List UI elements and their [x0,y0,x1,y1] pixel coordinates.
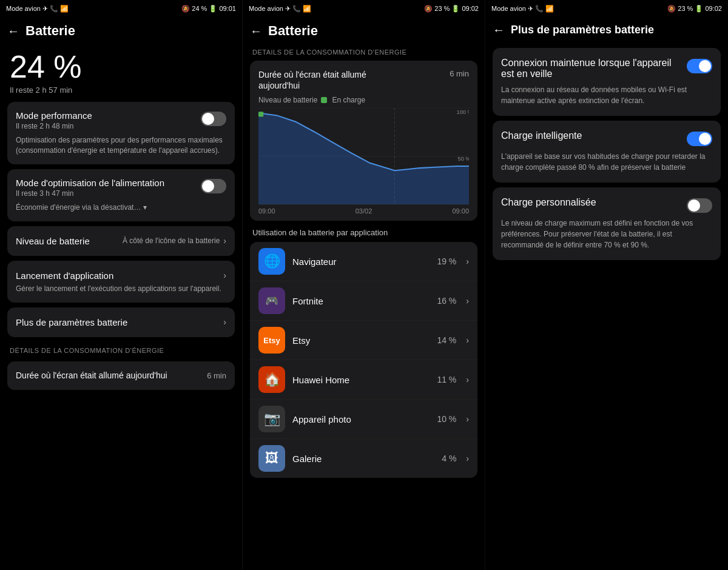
setting-charge-intelligente-card: Charge intelligente L'appareil se base s… [493,121,721,183]
expand-icon[interactable]: ▾ [143,203,147,213]
plus-parametres-title: Plus de paramètres batterie [16,317,127,327]
app-name-huawei: Huawei Home [292,375,430,385]
mode-optimisation-toggle[interactable] [201,179,226,193]
header-p1: ← Batterie [0,17,242,45]
back-button-p3[interactable]: ← [493,23,505,37]
app-row-galerie[interactable]: 🖼 Galerie 4 % › [250,438,477,478]
lancement-app-title: Lancement d'application [16,270,113,281]
niveau-batterie-title: Niveau de batterie [16,236,90,246]
app-row-etsy[interactable]: Etsy Etsy 14 % › [250,320,477,360]
status-bar-p1: Mode avion ✈ 📞 📶 🔕 24 % 🔋 09:01 [0,0,242,17]
setting-connexion-card: Connexion maintenue lorsque l'appareil e… [493,48,721,116]
app-pct-camera: 10 % [437,414,456,424]
setting-charge-intelligente-desc: L'appareil se base sur vos habitudes de … [501,151,712,173]
svg-text:100 %: 100 % [457,110,469,116]
app-row-fortnite[interactable]: 🎮 Fortnite 16 % › [250,281,477,320]
chart-duration: 6 min [450,69,469,78]
app-row-huawei[interactable]: 🏠 Huawei Home 11 % › [250,360,477,399]
lancement-app-desc: Gérer le lancement et l'exécution des ap… [16,284,221,293]
apps-section-label: Utilisation de la batterie par applicati… [243,226,485,240]
app-name-etsy: Etsy [292,335,430,346]
plus-parametres-card[interactable]: Plus de paramètres batterie › [7,307,235,337]
chevron-app-huawei: › [466,375,469,384]
mode-performance-card: Mode performance Il reste 2 h 48 min Opt… [7,102,235,164]
header-p3: ← Plus de paramètres batterie [485,17,728,43]
status-left-p2: Mode avion ✈ 📞 📶 [249,5,311,13]
niveau-batterie-value: À côté de l'icône de la batterie [123,236,220,245]
battery-status-p1: 🔕 24 % 🔋 09:01 [181,5,236,13]
battery-percentage: 24 % Il reste 2 h 57 min [0,45,242,97]
app-row-navigateur[interactable]: 🌐 Navigateur 19 % › [250,242,477,281]
status-left-p3: Mode avion ✈ 📞 📶 [491,5,554,13]
mode-performance-title: Mode performance [16,110,92,121]
app-pct-fortnite: 16 % [437,296,456,306]
app-name-galerie: Galerie [292,454,434,464]
status-right-p1: 🔕 24 % 🔋 09:01 [181,5,236,13]
status-right-p3: 🔕 23 % 🔋 09:02 [667,5,722,13]
chevron-app-camera: › [466,414,469,424]
svg-rect-5 [258,112,263,117]
mode-performance-toggle[interactable] [201,112,226,126]
app-pct-navigateur: 19 % [437,256,456,266]
app-pct-galerie: 4 % [442,454,456,463]
app-icon-etsy: Etsy [258,327,285,354]
panel-battery-details: Mode avion ✈ 📞 📶 🔕 23 % 🔋 09:02 ← Batter… [243,0,485,570]
header-p2: ← Batterie [243,17,485,45]
duree-ecran-title: Durée où l'écran était allumé aujourd'hu… [16,370,167,382]
status-left-p1: Mode avion ✈ 📞 📶 [6,5,69,13]
page-title-p1: Batterie [25,23,75,39]
setting-charge-intelligente-toggle[interactable] [687,132,712,146]
app-name-camera: Appareil photo [292,414,430,424]
setting-connexion-toggle[interactable] [687,59,712,73]
section-label-p1: DÉTAILS DE LA CONSOMMATION D'ÉNERGIE [0,342,242,357]
mode-performance-desc: Optimisation des paramètres pour des per… [16,135,226,156]
chevron-app-etsy: › [466,335,469,345]
svg-marker-4 [258,113,469,205]
app-pct-etsy: 14 % [437,335,456,345]
chevron-app-fortnite: › [466,296,469,306]
back-button-p2[interactable]: ← [250,24,262,38]
mode-optimisation-card: Mode d'optimisation de l'alimentation Il… [7,169,235,221]
level-label: Niveau de batterie [258,96,317,104]
panel-battery-settings: Mode avion ✈ 📞 📶 🔕 23 % 🔋 09:02 ← Plus d… [485,0,728,570]
app-row-camera[interactable]: 📷 Appareil photo 10 % › [250,399,477,438]
setting-connexion-title: Connexion maintenue lorsque l'appareil e… [501,58,687,79]
page-title-p2: Batterie [268,23,318,39]
niveau-batterie-card[interactable]: Niveau de batterie À côté de l'icône de … [7,226,235,256]
chevron-right-icon-2: › [223,270,226,280]
chart-title: Durée où l'écran était allumé aujourd'hu… [258,69,380,91]
setting-connexion-desc: La connexion au réseau de données mobile… [501,84,712,106]
setting-charge-perso-card: Charge personnalisée Le niveau de charge… [493,187,721,260]
panel-battery-main: Mode avion ✈ 📞 📶 🔕 24 % 🔋 09:01 ← Batter… [0,0,243,570]
svg-text:50 %: 50 % [458,156,469,162]
chart-legend: Niveau de batterie En charge [258,96,469,104]
lancement-app-card[interactable]: Lancement d'application › Gérer le lance… [7,261,235,303]
mode-optimisation-sub: Il reste 3 h 47 min [16,189,164,198]
setting-charge-perso-desc: Le niveau de charge maximum est défini e… [501,218,712,250]
setting-charge-perso-title: Charge personnalisée [501,197,687,208]
status-bar-p3: Mode avion ✈ 📞 📶 🔕 23 % 🔋 09:02 [485,0,728,17]
app-name-fortnite: Fortnite [292,296,430,306]
chart-x-label-2: 03/02 [356,207,372,215]
chevron-app-navigateur: › [466,256,469,266]
setting-charge-perso-toggle[interactable] [687,198,712,213]
chart-x-labels: 09:00 03/02 09:00 [258,207,469,215]
app-name-navigateur: Navigateur [292,256,430,267]
duree-ecran-card: Durée où l'écran était allumé aujourd'hu… [7,361,235,391]
mode-optimisation-desc: Économie d'énergie via la désactivat… [16,203,141,213]
chevron-app-galerie: › [466,454,469,463]
setting-charge-intelligente-title: Charge intelligente [501,130,687,141]
app-icon-huawei: 🏠 [258,366,285,393]
battery-pct-value: 24 % [10,50,232,84]
app-icon-camera: 📷 [258,406,285,432]
mode-performance-sub: Il reste 2 h 48 min [16,122,92,130]
page-title-p3: Plus de paramètres batterie [511,24,654,36]
status-mode-p1: Mode avion ✈ 📞 📶 [6,5,69,13]
apps-list: 🌐 Navigateur 19 % › 🎮 Fortnite 16 % › Et… [250,242,477,478]
charging-label: En charge [332,96,365,104]
app-icon-navigateur: 🌐 [258,248,285,275]
back-button-p1[interactable]: ← [7,24,19,38]
chart-card: Durée où l'écran était allumé aujourd'hu… [250,61,477,221]
status-bar-p2: Mode avion ✈ 📞 📶 🔕 23 % 🔋 09:02 [243,0,485,17]
battery-remaining: Il reste 2 h 57 min [10,86,232,95]
